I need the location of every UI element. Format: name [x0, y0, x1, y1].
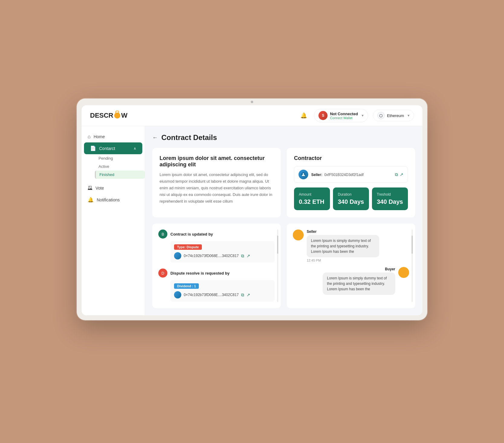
open-external-button[interactable]: ↗	[400, 172, 403, 177]
chat-bubble-seller-wrap: Seller Lorem Ipsum is simply dummy text …	[307, 230, 379, 262]
home-icon: ⌂	[88, 134, 91, 139]
notifications-icon: 🔔	[88, 197, 94, 203]
camera-dot	[251, 101, 253, 103]
submenu-finished[interactable]: Finished	[95, 171, 145, 179]
chat-scrollbar[interactable]	[412, 230, 413, 302]
activity-address-2: 0×74c192b73fD068E....3402C817	[184, 293, 239, 297]
page-header: ← Contract Details	[152, 133, 415, 142]
network-button[interactable]: ⬡ Ethereum ▾	[373, 110, 414, 121]
logo-text-2: W	[121, 112, 128, 119]
wallet-info: Not Connected Connect Wallet	[330, 112, 358, 120]
bell-icon: 🔔	[300, 112, 307, 119]
vote-icon: 🗳	[88, 185, 92, 191]
submenu-pending[interactable]: Pending	[95, 154, 145, 162]
stat-duration-label: Duration	[338, 192, 364, 197]
chat-panel: Seller Lorem Ipsum is simply dummy text …	[287, 223, 415, 308]
monitor-top-bar	[77, 99, 427, 105]
bell-button[interactable]: 🔔	[298, 110, 309, 121]
activity-avatar-1	[174, 252, 181, 259]
sidebar-item-notifications[interactable]: 🔔 Notifications	[82, 194, 145, 206]
submenu-active[interactable]: Active	[95, 162, 145, 171]
activity-addr-row-2: 0×74c192b73fD068E....3402C817 ⧉ ↗	[174, 291, 271, 298]
bottom-grid: B Contract is updated by Type: Dispute 0…	[152, 223, 415, 308]
chat-bubble-buyer: Lorem Ipsum is simply dummy text of the …	[323, 272, 395, 295]
contract-description-panel: Lorem ipsum dolor sit amet. consectetur …	[152, 148, 281, 217]
activity-panel: B Contract is updated by Type: Dispute 0…	[152, 223, 281, 308]
sidebar-item-home-label: Home	[94, 134, 105, 139]
sidebar-item-contract-label: Contarct	[99, 146, 115, 151]
activity-icon-2: D	[158, 269, 167, 278]
stats-grid: Amount 0.32 ETH Duration 340 Days Tresho…	[294, 187, 408, 210]
logo: DESCR W	[90, 112, 128, 119]
sidebar: ⌂ Home 📄 Contarct ∧ Pending Active Finis…	[82, 126, 145, 315]
activity-title-1: Contract is updated by	[170, 232, 213, 236]
contract-info-grid: Lorem ipsum dolor sit amet. consectetur …	[152, 148, 415, 217]
activity-header-2: D Dispute resolve is requested by	[158, 269, 275, 278]
seller-row: Seller: 0xfF501B324D3df2f1adf ⧉ ↗	[294, 166, 408, 183]
chat-name-seller: Seller	[307, 230, 379, 234]
eth-icon: ⬡	[377, 112, 385, 119]
main-content: ← Contract Details Lorem ipsum dolor sit…	[145, 126, 422, 315]
activity-scroll-thumb	[277, 236, 278, 254]
stat-duration-value: 340 Days	[338, 198, 364, 205]
stat-amount-value: 0.32 ETH	[299, 198, 325, 205]
logo-lock-icon	[114, 112, 120, 119]
activity-scrollbar[interactable]	[277, 230, 278, 302]
chat-time-seller: 12:45 PM	[307, 259, 379, 262]
wallet-avatar: S	[318, 111, 328, 120]
activity-external-2[interactable]: ↗	[247, 292, 250, 297]
network-name: Ethereum	[387, 113, 404, 118]
activity-avatar-2	[174, 291, 181, 298]
seller-info: Seller: 0xfF501B324D3df2f1adf	[311, 172, 363, 177]
contract-chevron-icon: ∧	[134, 146, 136, 151]
activity-item-2: D Dispute resolve is requested by Divide…	[158, 269, 275, 301]
activity-item-1: B Contract is updated by Type: Dispute 0…	[158, 230, 275, 262]
wallet-connect-button[interactable]: S Not Connected Connect Wallet ▾	[314, 109, 368, 122]
activity-addr-row-1: 0×74c192b73fD068E....3402C817 ⧉ ↗	[174, 252, 271, 259]
network-chevron-icon: ▾	[408, 113, 409, 118]
back-button[interactable]: ←	[152, 135, 158, 141]
activity-copy-1[interactable]: ⧉	[241, 253, 244, 259]
chat-avatar-seller	[293, 230, 304, 240]
activity-content-1: Type: Dispute 0×74c192b73fD068E....3402C…	[170, 241, 275, 262]
seller-avatar	[299, 170, 308, 179]
contract-description-body: Lorem ipsum dolor sit amet, consectetur …	[160, 171, 273, 205]
chat-bubble-seller: Lorem Ipsum is simply dummy text of the …	[307, 235, 379, 257]
stat-amount-label: Amount	[299, 192, 325, 197]
activity-tag-2: Dividend : 1	[174, 283, 199, 289]
activity-address-1: 0×74c192b73fD068E....3402C817	[184, 254, 239, 258]
activity-title-2: Dispute resolve is requested by	[170, 271, 230, 275]
main-layout: ⌂ Home 📄 Contarct ∧ Pending Active Finis…	[82, 126, 422, 315]
chat-avatar-buyer	[398, 267, 409, 278]
sidebar-item-contract[interactable]: 📄 Contarct ∧	[84, 142, 142, 154]
seller-address: 0xfF501B324D3df2f1adf	[324, 173, 363, 177]
svg-point-1	[303, 173, 304, 175]
copy-address-button[interactable]: ⧉	[395, 172, 398, 177]
activity-copy-2[interactable]: ⧉	[241, 292, 244, 298]
contract-icon: 📄	[90, 145, 96, 151]
chat-message-buyer: Buyer Lorem Ipsum is simply dummy text o…	[293, 267, 409, 295]
activity-external-1[interactable]: ↗	[247, 253, 250, 258]
sidebar-item-vote-label: Vote	[95, 186, 104, 191]
stat-treshold-label: Treshold	[377, 192, 403, 197]
header: DESCR W 🔔 S Not Connected Connect Wallet	[82, 105, 422, 126]
sidebar-item-home[interactable]: ⌂ Home	[82, 131, 145, 142]
stat-treshold-value: 340 Days	[377, 198, 403, 205]
sidebar-item-vote[interactable]: 🗳 Vote	[82, 182, 145, 194]
stat-amount: Amount 0.32 ETH	[294, 187, 330, 210]
page-title: Contract Details	[161, 133, 217, 142]
chat-name-buyer: Buyer	[323, 267, 395, 271]
app-container: DESCR W 🔔 S Not Connected Connect Wallet	[82, 105, 422, 315]
activity-tag-1: Type: Dispute	[174, 244, 202, 250]
activity-content-2: Dividend : 1 0×74c192b73fD068E....3402C8…	[170, 280, 275, 301]
contractor-panel: Contractor Seller:	[287, 148, 415, 217]
logo-text-1: DESCR	[90, 112, 113, 119]
monitor-frame: DESCR W 🔔 S Not Connected Connect Wallet	[77, 99, 427, 320]
seller-label: Seller:	[311, 173, 322, 177]
contractor-title: Contractor	[294, 155, 408, 161]
chat-bubble-buyer-wrap: Buyer Lorem Ipsum is simply dummy text o…	[323, 267, 395, 295]
wallet-chevron-icon: ▾	[362, 113, 363, 118]
chat-message-seller: Seller Lorem Ipsum is simply dummy text …	[293, 230, 409, 262]
wallet-status: Not Connected	[330, 112, 358, 116]
stat-treshold: Treshold 340 Days	[372, 187, 408, 210]
